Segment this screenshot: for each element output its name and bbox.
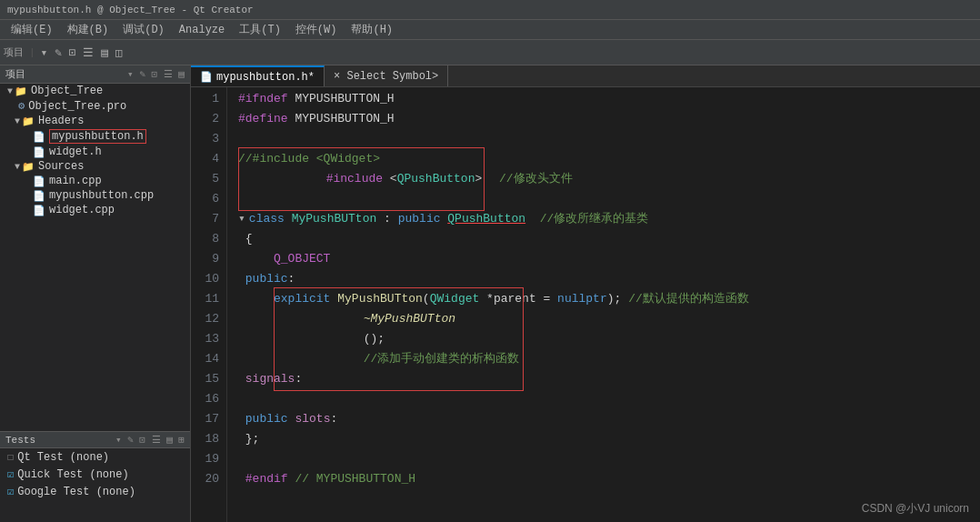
- tree-sources-folder[interactable]: ▼ 📁 Sources: [0, 159, 190, 174]
- line1-macro: #ifndef: [238, 89, 288, 109]
- project-panel-header: 项目 ▾ ✎ ⊡ ☰ ▤: [0, 65, 190, 84]
- tree-headers-folder[interactable]: ▼ 📁 Headers: [0, 114, 190, 128]
- tree-widget-h[interactable]: 📄 widget.h: [0, 145, 190, 159]
- mypushbutton-cpp-icon: 📄: [33, 190, 45, 202]
- test-qt-label: Qt Test (none): [17, 451, 109, 464]
- menu-bar: 编辑(E) 构建(B) 调试(D) Analyze 工具(T) 控件(W) 帮助…: [0, 20, 980, 40]
- widget-h-icon: 📄: [33, 146, 45, 158]
- tab-bar: 📄 mypushbutton.h* × Select Symbol>: [191, 65, 980, 87]
- tree-mypushbutton-h[interactable]: 📄 mypushbutton.h: [0, 128, 190, 145]
- title-text: mypushbutton.h @ Object_Tree - Qt Creato…: [7, 5, 254, 15]
- test-item-google[interactable]: ☑ Google Test (none): [0, 483, 190, 500]
- tree-widget-h-label: widget.h: [49, 146, 102, 158]
- title-bar: mypushbutton.h @ Object_Tree - Qt Creato…: [0, 0, 980, 20]
- tests-panel-header: Tests ▾ ✎ ⊡ ☰ ▤ ⊞: [0, 432, 190, 448]
- code-line-1: #ifndef MYPUSHBUTTON_H: [238, 89, 980, 109]
- code-line-13: ~MyPushBUTton (); //添加手动创建类的析构函数: [238, 329, 980, 349]
- sources-chevron: ▼: [15, 162, 20, 172]
- watermark: CSDN @小VJ unicorn: [862, 501, 969, 517]
- panel-header-icons: ▾ ✎ ⊡ ☰ ▤: [127, 68, 185, 80]
- menu-debug[interactable]: 调试(D): [115, 22, 172, 37]
- test-item-qt[interactable]: ☐ Qt Test (none): [0, 448, 190, 466]
- tests-header-icons: ▾ ✎ ⊡ ☰ ▤ ⊞: [115, 434, 185, 446]
- tree-headers-label: Headers: [38, 115, 84, 127]
- menu-help[interactable]: 帮助(H): [344, 22, 400, 37]
- code-line-7: ▾ class MyPushBUTton : public QPushButto…: [238, 209, 980, 229]
- toolbar-project-label: 项目: [4, 45, 24, 59]
- code-editor[interactable]: 12345 678910 1112131415 1617181920 #ifnd…: [191, 87, 980, 522]
- project-tree: 项目 ▾ ✎ ⊡ ☰ ▤ ▼ 📁 Object_Tree ⚙ Object_Tr…: [0, 65, 190, 431]
- code-line-5: #include <QPushButton> //修改头文件: [238, 169, 980, 189]
- tree-root[interactable]: ▼ 📁 Object_Tree: [0, 84, 190, 98]
- code-line-2: #define MYPUSHBUTTON_H: [238, 109, 980, 129]
- tab-mypushbutton-h-label: mypushbutton.h*: [216, 71, 315, 84]
- menu-controls[interactable]: 控件(W): [288, 22, 345, 37]
- tests-panel-title: Tests: [5, 435, 35, 446]
- root-chevron: ▼: [7, 86, 13, 96]
- tree-root-label: Object_Tree: [31, 85, 103, 97]
- mypushbutton-h-icon: 📄: [33, 131, 45, 143]
- tests-panel: Tests ▾ ✎ ⊡ ☰ ▤ ⊞ ☐ Qt Test (none) ☑ Qui…: [0, 431, 190, 522]
- test-item-quick[interactable]: ☑ Quick Test (none): [0, 466, 190, 483]
- tree-mypushbutton-cpp-label: mypushbutton.cpp: [49, 189, 154, 202]
- tree-mypushbutton-h-label: mypushbutton.h: [49, 129, 146, 144]
- tree-sources-label: Sources: [38, 160, 84, 173]
- menu-analyze[interactable]: Analyze: [172, 24, 232, 36]
- menu-edit[interactable]: 编辑(E): [4, 22, 60, 37]
- code-line-3: [238, 129, 980, 149]
- widget-cpp-icon: 📄: [33, 205, 45, 216]
- menu-build[interactable]: 构建(B): [60, 22, 116, 37]
- code-line-14: [238, 349, 980, 369]
- test-qt-checkbox[interactable]: ☐: [7, 450, 14, 464]
- headers-chevron: ▼: [15, 116, 20, 126]
- test-quick-checkbox[interactable]: ☑: [7, 467, 14, 481]
- code-line-10: public:: [238, 269, 980, 289]
- code-line-8: {: [238, 229, 980, 249]
- toolbar-divider: |: [29, 47, 35, 58]
- tree-main-cpp[interactable]: 📄 main.cpp: [0, 174, 190, 188]
- line-numbers: 12345 678910 1112131415 1617181920: [191, 87, 227, 522]
- code-line-20: #endif // MYPUSHBUTTON_H: [238, 469, 980, 489]
- tree-main-cpp-label: main.cpp: [49, 175, 102, 187]
- left-panel: 项目 ▾ ✎ ⊡ ☰ ▤ ▼ 📁 Object_Tree ⚙ Object_Tr…: [0, 65, 191, 522]
- tree-pro-file[interactable]: ⚙ Object_Tree.pro: [0, 98, 190, 114]
- code-line-15: signals:: [238, 369, 980, 389]
- code-content: #ifndef MYPUSHBUTTON_H #define MYPUSHBUT…: [227, 87, 980, 522]
- project-panel-title: 项目: [5, 67, 25, 81]
- main-cpp-icon: 📄: [33, 176, 45, 187]
- tab-select-symbol[interactable]: × Select Symbol>: [325, 65, 448, 86]
- code-line-17: public slots :: [238, 409, 980, 429]
- sources-folder-icon: 📁: [22, 161, 35, 173]
- code-line-9: Q_OBJECT: [238, 249, 980, 269]
- tree-pro-label: Object_Tree.pro: [28, 100, 126, 113]
- pro-icon: ⚙: [18, 99, 25, 113]
- menu-tools[interactable]: 工具(T): [232, 22, 288, 37]
- tree-mypushbutton-cpp[interactable]: 📄 mypushbutton.cpp: [0, 188, 190, 203]
- tree-widget-cpp-label: widget.cpp: [49, 204, 115, 216]
- toolbar-icons: ▾ ✎ ⊡ ☰ ▤ ◫: [41, 45, 123, 60]
- tree-widget-cpp[interactable]: 📄 widget.cpp: [0, 203, 190, 217]
- code-line-16: [238, 389, 980, 409]
- code-line-18: };: [238, 429, 980, 449]
- test-quick-label: Quick Test (none): [17, 468, 128, 481]
- line2-macro: #define: [238, 109, 288, 129]
- code-line-19: [238, 449, 980, 469]
- headers-folder-icon: 📁: [22, 115, 35, 127]
- tab-mypushbutton-h[interactable]: 📄 mypushbutton.h*: [191, 65, 325, 86]
- editor-area: 📄 mypushbutton.h* × Select Symbol> 12345…: [191, 65, 980, 522]
- test-google-checkbox[interactable]: ☑: [7, 485, 14, 498]
- test-google-label: Google Test (none): [17, 486, 135, 498]
- toolbar: 项目 | ▾ ✎ ⊡ ☰ ▤ ◫: [0, 40, 980, 65]
- tab-file-icon: 📄: [200, 71, 213, 83]
- tab-select-symbol-label: × Select Symbol>: [334, 70, 438, 83]
- root-folder-icon: 📁: [15, 85, 27, 97]
- code-line-6: [238, 189, 980, 209]
- main-layout: 项目 ▾ ✎ ⊡ ☰ ▤ ▼ 📁 Object_Tree ⚙ Object_Tr…: [0, 65, 980, 522]
